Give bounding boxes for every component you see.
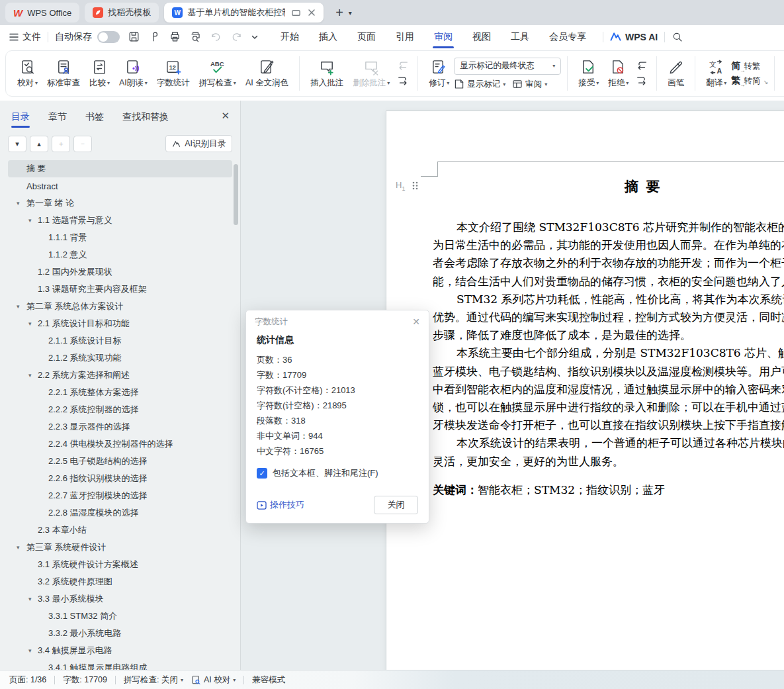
outline-item[interactable]: ▾ 第一章 绪 论 xyxy=(8,195,232,212)
dialog-close-icon[interactable]: ✕ xyxy=(412,316,420,327)
collapse-arrow-icon[interactable]: ▾ xyxy=(17,303,20,310)
spell-check-button[interactable]: ABC 拼写检查▾ xyxy=(195,56,241,92)
paragraph-drag-handle-icon[interactable] xyxy=(412,181,419,191)
print-icon[interactable] xyxy=(169,30,181,43)
outline-collapse-button[interactable]: － xyxy=(73,136,92,152)
markup-state-select[interactable]: 显示标记的最终状态 ▾ xyxy=(454,58,561,75)
outline-next-button[interactable]: ▾ xyxy=(8,136,26,152)
sidebar-tab[interactable]: 章节 xyxy=(48,105,67,130)
file-menu-button[interactable]: 文件 xyxy=(9,31,41,43)
restrict-editing-button-clipped[interactable]: 限 xyxy=(781,73,784,91)
outline-item[interactable]: ▾ 2.1.1 系统设计目标 xyxy=(8,332,232,349)
outline-item[interactable]: ▾ 2.1 系统设计目标和功能 xyxy=(8,315,232,332)
outline-item[interactable]: ▾ 2.2 系统方案选择和阐述 xyxy=(8,367,232,384)
ribbon-tab[interactable]: 会员专享 xyxy=(548,26,588,48)
ribbon-tab[interactable]: 工具 xyxy=(509,26,531,48)
outline-item[interactable]: ▾ 3.4 触摸屏显示电路 xyxy=(8,642,232,659)
outline-item[interactable]: ▾ 2.2.2 系统控制器的选择 xyxy=(8,401,232,418)
collapse-arrow-icon[interactable]: ▾ xyxy=(28,217,32,224)
ribbon-tab[interactable]: 引用 xyxy=(394,26,415,48)
track-changes-button[interactable]: 修订▾ xyxy=(424,56,454,92)
outline-item[interactable]: ▾ 3.1 系统硬件设计方案概述 xyxy=(8,556,232,573)
ribbon-tab[interactable]: 插入 xyxy=(318,26,339,48)
close-tab-icon[interactable] xyxy=(308,9,316,17)
reviewing-pane-button[interactable]: 审阅▾ xyxy=(512,79,547,90)
outline-item[interactable]: ▾ 1.1 选题背景与意义 xyxy=(8,212,232,229)
outline-item[interactable]: ▾ 3.3 最小系统模块 xyxy=(8,590,232,608)
outline-item[interactable]: ▾ 2.3 本章小结 xyxy=(8,522,232,539)
sidebar-scrollbar[interactable] xyxy=(234,164,238,225)
simplified-to-traditional-button[interactable]: 简→ 转繁 xyxy=(731,60,760,72)
word-count-button[interactable]: 12 字数统计 xyxy=(152,56,195,92)
dialog-launcher-icon[interactable]: ↘ xyxy=(763,79,769,85)
tab-current-document[interactable]: W 基于单片机的智能衣柜控制系 xyxy=(164,3,324,23)
outline-item[interactable]: ▾ 3.3.2 最小系统电路 xyxy=(8,625,232,642)
document-page[interactable]: H1 摘 要 本文介绍了围绕 STM32F103C8T6 芯片研究并制作的智能衣… xyxy=(386,111,784,670)
tab-docer-templates[interactable]: 找稻壳模板 xyxy=(85,3,159,23)
outline-previous-button[interactable]: ▴ xyxy=(30,136,48,152)
sidebar-tab[interactable]: 书签 xyxy=(85,105,105,130)
outline-item[interactable]: ▾ 2.1.2 系统实现功能 xyxy=(8,349,232,367)
outline-item[interactable]: ▾ 2.2.8 温湿度模块的选择 xyxy=(8,504,232,522)
ink-pen-button[interactable]: 画笔 xyxy=(663,56,689,92)
next-comment-icon[interactable] xyxy=(397,76,409,86)
reject-change-button[interactable]: 拒绝▾ xyxy=(603,56,633,92)
outline-item[interactable]: ▾ 3.4.1 触摸显示屏电路组成 xyxy=(8,659,232,670)
outline-item[interactable]: ▾ 1.1.2 意义 xyxy=(8,246,232,263)
collapse-arrow-icon[interactable]: ▾ xyxy=(17,544,20,551)
proofread-button[interactable]: 校对▾ xyxy=(13,56,42,92)
sidebar-tab[interactable]: 查找和替换 xyxy=(122,105,169,130)
translate-button[interactable]: 文A 翻译▾ xyxy=(701,56,731,92)
undo-icon[interactable] xyxy=(210,30,222,43)
show-markup-button[interactable]: 显示标记▾ xyxy=(454,79,505,90)
sidebar-tab[interactable]: 目录 xyxy=(11,105,30,130)
traditional-to-simplified-button[interactable]: 繁→ 转简 xyxy=(731,75,760,87)
tips-link[interactable]: 操作技巧 xyxy=(257,499,304,511)
comment-mode-icon[interactable] xyxy=(291,8,301,18)
print-preview-icon[interactable] xyxy=(189,30,202,43)
outline-item[interactable]: ▾ 第二章 系统总体方案设计 xyxy=(8,298,232,315)
autosave-toggle[interactable] xyxy=(97,31,120,43)
collapse-arrow-icon[interactable]: ▾ xyxy=(17,200,20,207)
collapse-arrow-icon[interactable]: ▾ xyxy=(28,372,32,379)
ribbon-tab[interactable]: 页面 xyxy=(356,26,377,48)
ai-recognize-outline-button[interactable]: AI识别目录 xyxy=(165,135,232,152)
wps-ai-button[interactable]: WPS AI xyxy=(610,32,658,42)
ai-read-aloud-button[interactable]: AI朗读▾ xyxy=(114,56,152,92)
collapse-arrow-icon[interactable]: ▾ xyxy=(28,320,32,327)
dialog-close-button[interactable]: 关闭 xyxy=(374,496,418,514)
outline-item[interactable]: ▾ 摘 要 xyxy=(8,160,232,177)
insert-comment-button[interactable]: 插入批注 xyxy=(306,56,348,92)
accept-change-button[interactable]: 接受▾ xyxy=(574,56,603,92)
export-pdf-icon[interactable] xyxy=(148,30,161,43)
delete-comment-button[interactable]: 删除批注▾ xyxy=(348,56,394,92)
ribbon-tab[interactable]: 视图 xyxy=(471,26,492,48)
next-change-icon[interactable] xyxy=(636,76,648,86)
document-body[interactable]: 本文介绍了围绕 STM32F103C8T6 芯片研究并制作的智能衣柜的详细设计 … xyxy=(433,218,784,499)
outline-item[interactable]: ▾ 3.2 系统硬件原理图 xyxy=(8,573,232,590)
outline-item[interactable]: ▾ 2.2.3 显示器件的选择 xyxy=(8,418,232,436)
sidebar-close-icon[interactable]: ✕ xyxy=(221,110,230,122)
standard-review-button[interactable]: 标准审查 xyxy=(42,56,85,92)
word-count-indicator[interactable]: 字数: 17709 xyxy=(63,674,107,686)
outline-item[interactable]: ▾ Abstract xyxy=(8,177,232,195)
outline-item[interactable]: ▾ 2.2.4 供电模块及控制器件的选择 xyxy=(8,436,232,453)
quick-access-caret-icon[interactable] xyxy=(251,33,259,41)
outline-item[interactable]: ▾ 1.1.1 背景 xyxy=(8,229,232,246)
collapse-arrow-icon[interactable]: ▾ xyxy=(28,647,32,654)
tab-list-caret-icon[interactable]: ▾ xyxy=(349,9,352,17)
previous-comment-icon[interactable] xyxy=(397,61,409,71)
outline-item[interactable]: ▾ 2.2.7 蓝牙控制模块的选择 xyxy=(8,487,232,504)
compare-button[interactable]: 比较▾ xyxy=(85,56,114,92)
outline-item[interactable]: ▾ 3.3.1 STM32 简介 xyxy=(8,608,232,625)
ai-proofread-status[interactable]: AI 校对▾ xyxy=(191,674,236,686)
tab-wps-office[interactable]: W WPS Office xyxy=(5,3,79,23)
new-tab-button[interactable]: + xyxy=(335,5,343,21)
previous-change-icon[interactable] xyxy=(636,61,648,71)
ribbon-tab[interactable]: 审阅 xyxy=(433,26,454,48)
save-icon[interactable] xyxy=(128,30,140,43)
outline-item[interactable]: ▾ 第三章 系统硬件设计 xyxy=(8,539,232,556)
collapse-arrow-icon[interactable]: ▾ xyxy=(28,596,32,602)
ai-polish-button[interactable]: AI 全文润色 xyxy=(241,56,293,92)
outline-item[interactable]: ▾ 1.2 国内外发展现状 xyxy=(8,263,232,281)
